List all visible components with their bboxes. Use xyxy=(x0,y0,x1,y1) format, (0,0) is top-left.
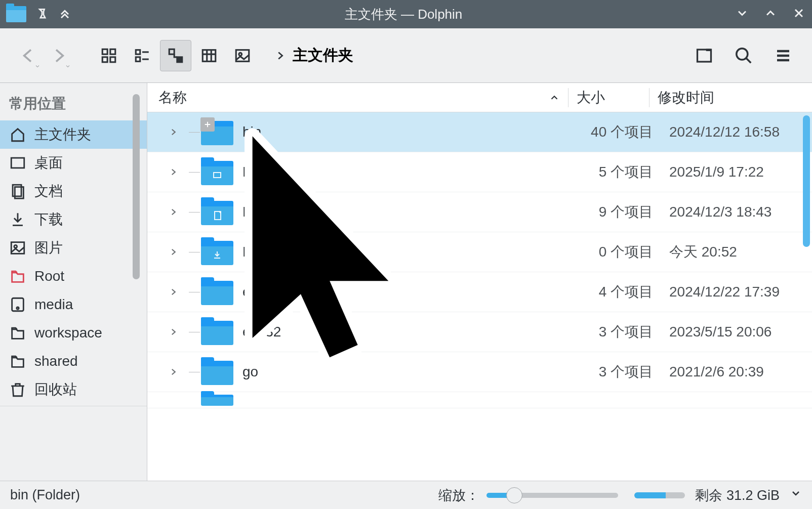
sidebar-item-media[interactable]: media xyxy=(0,290,147,319)
expand-icon[interactable] xyxy=(169,247,178,257)
file-row[interactable]: env 4 个项目 2024/12/22 17:39 xyxy=(147,272,812,312)
app-icon xyxy=(6,6,26,22)
statusbar: bin (Folder) 缩放： 剩余 31.2 GiB xyxy=(0,481,812,509)
column-header-name[interactable]: 名称 xyxy=(147,88,568,107)
sidebar-item-home[interactable]: 主文件夹 xyxy=(0,120,147,149)
breadcrumb-current[interactable]: 主文件夹 xyxy=(293,45,353,66)
back-button[interactable] xyxy=(13,38,44,73)
file-size: 4 个项目 xyxy=(580,282,661,302)
file-name: esp32 xyxy=(242,324,580,340)
sidebar-item-pictures[interactable]: 图片 xyxy=(0,234,147,262)
svg-rect-13 xyxy=(11,158,24,168)
column-header-row: 名称 大小 修改时间 xyxy=(147,83,812,112)
sidebar-item-label: media xyxy=(34,296,73,313)
maximize-icon[interactable] xyxy=(763,6,778,22)
file-date: 2024/12/3 18:43 xyxy=(661,204,812,220)
sidebar-item-label: 文档 xyxy=(34,182,63,201)
file-date: 今天 20:52 xyxy=(661,242,812,262)
folder-icon xyxy=(201,198,236,226)
file-date: 2024/12/12 16:58 xyxy=(661,124,812,140)
pin-icon[interactable] xyxy=(35,7,49,22)
sidebar-heading: 常用位置 xyxy=(0,90,147,120)
file-row[interactable]: Documents 9 个项目 2024/12/3 18:43 xyxy=(147,192,812,232)
zoom-slider-thumb[interactable] xyxy=(506,487,522,503)
sidebar-item-shared[interactable]: shared xyxy=(0,347,147,375)
file-date: 2023/5/15 20:06 xyxy=(661,324,812,340)
sidebar-item-desktop[interactable]: 桌面 xyxy=(0,149,147,177)
file-row[interactable]: Desktop 5 个项目 2025/1/9 17:22 xyxy=(147,152,812,192)
sidebar-item-label: 主文件夹 xyxy=(34,125,91,144)
expand-icon[interactable] xyxy=(169,167,178,177)
svg-rect-6 xyxy=(169,49,174,54)
close-icon[interactable] xyxy=(792,6,806,22)
zoom-slider[interactable] xyxy=(486,493,618,498)
svg-rect-1 xyxy=(110,49,115,54)
forward-button[interactable] xyxy=(44,38,74,73)
svg-rect-3 xyxy=(110,57,115,62)
sidebar-item-label: workspace xyxy=(34,325,102,341)
sidebar-item-documents[interactable]: 文档 xyxy=(0,177,147,205)
details-view-button[interactable] xyxy=(160,40,191,71)
file-row[interactable] xyxy=(147,392,812,408)
folder-icon xyxy=(201,278,236,306)
column-header-size[interactable]: 大小 xyxy=(568,88,649,107)
sidebar-item-label: shared xyxy=(34,353,78,369)
preview-button[interactable] xyxy=(227,40,258,71)
expand-icon[interactable] xyxy=(169,128,178,137)
file-row[interactable]: go 3 个项目 2021/2/6 20:39 xyxy=(147,352,812,392)
window-title: 主文件夹 — Dolphin xyxy=(72,6,735,23)
expand-icon[interactable] xyxy=(169,207,178,217)
zoom-label: 缩放： xyxy=(438,486,479,504)
sidebar-item-label: 回收站 xyxy=(34,380,77,399)
svg-rect-0 xyxy=(102,49,107,54)
sidebar-item-root[interactable]: Root xyxy=(0,262,147,290)
expand-icon[interactable] xyxy=(169,367,178,376)
statusbar-menu-icon[interactable] xyxy=(790,487,802,503)
file-name: bin xyxy=(242,124,580,140)
columns-view-button[interactable] xyxy=(193,40,225,71)
svg-rect-2 xyxy=(102,57,107,62)
file-list-scrollbar[interactable] xyxy=(803,115,810,247)
column-header-date[interactable]: 修改时间 xyxy=(649,88,800,107)
sidebar-scrollbar[interactable] xyxy=(133,94,140,279)
file-name: go xyxy=(242,364,580,380)
file-row[interactable]: Downloads 0 个项目 今天 20:52 xyxy=(147,232,812,272)
file-row[interactable]: bin 40 个项目 2024/12/12 16:58 xyxy=(147,112,812,152)
split-view-button[interactable] xyxy=(688,40,720,71)
expand-icon[interactable] xyxy=(169,327,178,336)
svg-point-19 xyxy=(17,307,19,309)
menu-button[interactable] xyxy=(767,40,799,71)
svg-point-17 xyxy=(14,245,17,248)
collapse-icon[interactable] xyxy=(58,6,72,22)
sidebar-item-label: Root xyxy=(34,268,64,284)
svg-point-10 xyxy=(239,53,242,56)
expand-icon[interactable] xyxy=(169,287,178,296)
file-size: 0 个项目 xyxy=(580,242,661,262)
svg-rect-20 xyxy=(214,173,221,178)
sidebar-item-workspace[interactable]: workspace xyxy=(0,319,147,347)
status-selection: bin (Folder) xyxy=(10,487,162,503)
window-titlebar: 主文件夹 — Dolphin xyxy=(0,0,812,28)
sidebar-item-trash[interactable]: 回收站 xyxy=(0,375,147,404)
sidebar-item-downloads[interactable]: 下载 xyxy=(0,205,147,234)
file-list: bin 40 个项目 2024/12/12 16:58 Desktop 5 个项… xyxy=(147,112,812,481)
file-size: 40 个项目 xyxy=(580,122,661,142)
svg-rect-11 xyxy=(698,50,711,62)
minimize-icon[interactable] xyxy=(735,6,749,22)
search-button[interactable] xyxy=(728,40,759,71)
file-row[interactable]: esp32 3 个项目 2023/5/15 20:06 xyxy=(147,312,812,352)
compact-view-button[interactable] xyxy=(127,40,158,71)
folder-icon xyxy=(201,358,236,386)
file-view: 名称 大小 修改时间 bin 40 个项目 2024/12/12 16:58 xyxy=(147,83,812,481)
sidebar-item-label: 图片 xyxy=(34,238,63,258)
svg-rect-8 xyxy=(202,50,216,61)
file-name: Desktop xyxy=(242,164,580,180)
free-space-label: 剩余 31.2 GiB xyxy=(695,486,780,504)
sidebar-item-label: 桌面 xyxy=(34,153,63,173)
sidebar-divider xyxy=(0,406,147,406)
file-size: 3 个项目 xyxy=(580,362,661,381)
icons-view-button[interactable] xyxy=(93,40,125,71)
file-name: env xyxy=(242,284,580,300)
folder-icon xyxy=(201,394,236,407)
file-date: 2021/2/6 20:39 xyxy=(661,364,812,380)
